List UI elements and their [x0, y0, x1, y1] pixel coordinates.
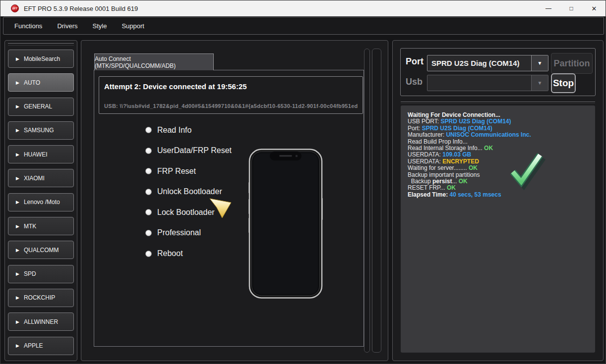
log-line: Port: SPRD U2S Diag (COM14)	[408, 125, 593, 132]
radio-icon[interactable]	[145, 168, 152, 174]
option-label: Reboot	[157, 249, 183, 258]
option-read-info[interactable]: Read Info	[145, 125, 232, 135]
device-status-box: Attempt 2: Device connected at 19:56:25 …	[99, 76, 363, 114]
maximize-icon: □	[569, 5, 573, 12]
option-professional[interactable]: Professional	[145, 228, 232, 238]
option-label: FRP Reset	[157, 167, 196, 176]
sidebar-item-label: AUTO	[24, 79, 40, 86]
log-segment: Waiting for server........	[408, 164, 469, 171]
radio-icon[interactable]	[145, 189, 152, 195]
usb-device-path: USB: \\?\usb#vid_1782&pid_4d00#5&1549971…	[104, 103, 362, 109]
menu-item-drivers[interactable]: Drivers	[56, 20, 78, 32]
sidebar-item-apple[interactable]: ▶APPLE	[8, 337, 74, 355]
vertical-scrollbar[interactable]	[364, 49, 370, 353]
attempt-status-text: Attempt 2: Device connected at 19:56:25	[99, 77, 363, 91]
log-segment: ENCRYPTED	[442, 158, 479, 165]
log-line: Manufacturer: UNISOC Communications Inc.	[408, 132, 593, 138]
chevron-down-icon[interactable]: ▼	[531, 55, 548, 71]
log-line: Backup persist... OK	[408, 178, 593, 185]
sidebar-item-general[interactable]: ▶GENERAL	[8, 98, 74, 116]
app-logo-icon: EFT	[11, 4, 19, 12]
sidebar-item-mtk[interactable]: ▶MTK	[8, 217, 74, 235]
menu-item-style[interactable]: Style	[92, 20, 108, 32]
port-label: Port	[406, 56, 424, 67]
option-userdata-frp-reset[interactable]: UserData/FRP Reset	[145, 146, 232, 156]
sidebar-item-spd[interactable]: ▶SPD	[8, 265, 74, 283]
sidebar-item-label: SAMSUNG	[24, 127, 54, 134]
log-segment: Port:	[408, 125, 422, 132]
log-segment: OK	[469, 164, 478, 171]
log-line: Waiting For Device Connection...	[408, 112, 593, 118]
sidebar-item-huawei[interactable]: ▶HUAWEI	[8, 145, 74, 163]
play-icon: ▶	[16, 295, 19, 300]
option-unlock-bootloader[interactable]: Unlock Bootloader	[145, 187, 232, 197]
radio-icon[interactable]	[145, 251, 152, 257]
log-segment: 40 secs, 53 msecs	[449, 191, 501, 198]
sidebar-item-rockchip[interactable]: ▶ROCKCHIP	[8, 289, 74, 307]
sidebar-item-label: QUALCOMM	[24, 247, 59, 254]
play-icon: ▶	[16, 200, 19, 205]
sidebar-separator	[8, 43, 74, 46]
log-segment: 109.03 GB	[442, 151, 471, 158]
log-segment: SPRD U2S Diag (COM14)	[422, 125, 492, 132]
log-segment: RESET FRP...	[408, 184, 447, 191]
partition-button[interactable]: Partition	[551, 53, 593, 74]
sidebar-item-lenovo-moto[interactable]: ▶Lenovo /Moto	[8, 193, 74, 211]
close-button[interactable]: ✕	[583, 0, 606, 16]
chevron-down-icon[interactable]: ▼	[531, 75, 548, 91]
radio-icon[interactable]	[145, 127, 152, 133]
log-segment: OK	[459, 178, 468, 185]
option-label: Lock Bootloader	[157, 208, 215, 217]
minimize-button[interactable]: —	[537, 0, 560, 16]
play-icon: ▶	[16, 319, 19, 324]
sidebar-item-allwinner[interactable]: ▶ALLWINNER	[8, 312, 74, 331]
vertical-scrollbar-outer[interactable]	[372, 49, 381, 353]
log-line: USERDATA: ENCRYPTED	[408, 158, 593, 165]
radio-icon[interactable]	[145, 230, 152, 236]
usb-select[interactable]: ▼	[427, 75, 548, 91]
log-segment: SPRD U2S Diag (COM14)	[440, 118, 511, 125]
option-label: Read Info	[157, 126, 191, 135]
sidebar-item-qualcomm[interactable]: ▶QUALCOMM	[8, 241, 74, 259]
play-icon: ▶	[16, 224, 19, 229]
play-icon: ▶	[16, 80, 19, 85]
sidebar-item-label: GENERAL	[24, 103, 52, 110]
sidebar-item-auto[interactable]: ▶AUTO	[8, 73, 74, 92]
log-segment: OK	[447, 184, 456, 191]
port-select[interactable]: SPRD U2S Diag (COM14) ▼	[427, 55, 548, 71]
tab-auto-connect[interactable]: Auto Connect (MTK/SPD/QUALCOMM/ADB)	[94, 53, 214, 70]
log-line: USB PORT: SPRD U2S Diag (COM14)	[408, 118, 593, 125]
option-reboot[interactable]: Reboot	[145, 249, 232, 259]
play-icon: ▶	[16, 104, 19, 109]
log-segment: USERDATA:	[408, 158, 442, 165]
sidebar-item-label: ALLWINNER	[24, 318, 58, 325]
log-line: Read Internal Storage Info... OK	[408, 145, 593, 152]
play-icon: ▶	[16, 176, 19, 181]
stop-button[interactable]: Stop	[551, 73, 576, 93]
window-controls: — □ ✕	[537, 0, 606, 16]
menu-bar: FunctionsDriversStyleSupport	[3, 17, 604, 35]
sidebar-item-mobilesearch[interactable]: ▶MobileSearch	[8, 50, 74, 68]
log-segment: Backup	[408, 178, 432, 185]
sidebar-item-xiaomi[interactable]: ▶XIAOMI	[8, 169, 74, 187]
log-segment: OK	[484, 145, 493, 152]
log-segment: Backup important partitions	[408, 171, 480, 178]
radio-icon[interactable]	[145, 209, 152, 215]
cursor-arrow-icon	[209, 198, 232, 219]
sidebar-item-label: MTK	[24, 223, 36, 230]
sidebar-item-label: MobileSearch	[24, 55, 60, 62]
option-label: Unlock Bootloader	[157, 187, 222, 196]
sidebar: ▶MobileSearch▶AUTO▶GENERAL▶SAMSUNG▶HUAWE…	[4, 40, 77, 361]
menu-item-support[interactable]: Support	[121, 20, 145, 32]
sidebar-item-samsung[interactable]: ▶SAMSUNG	[8, 121, 74, 140]
menu-item-functions[interactable]: Functions	[13, 20, 43, 32]
panel-divider	[401, 102, 595, 104]
log-segment: Elapsed Time:	[408, 191, 449, 198]
option-frp-reset[interactable]: FRP Reset	[145, 166, 232, 176]
log-line: Elapsed Time: 40 secs, 53 msecs	[408, 192, 593, 198]
log-line: Read Build Prop Info...	[408, 139, 593, 145]
radio-icon[interactable]	[145, 148, 152, 154]
maximize-button[interactable]: □	[560, 0, 583, 16]
sidebar-item-label: APPLE	[24, 342, 43, 349]
sidebar-item-label: XIAOMI	[24, 175, 45, 182]
